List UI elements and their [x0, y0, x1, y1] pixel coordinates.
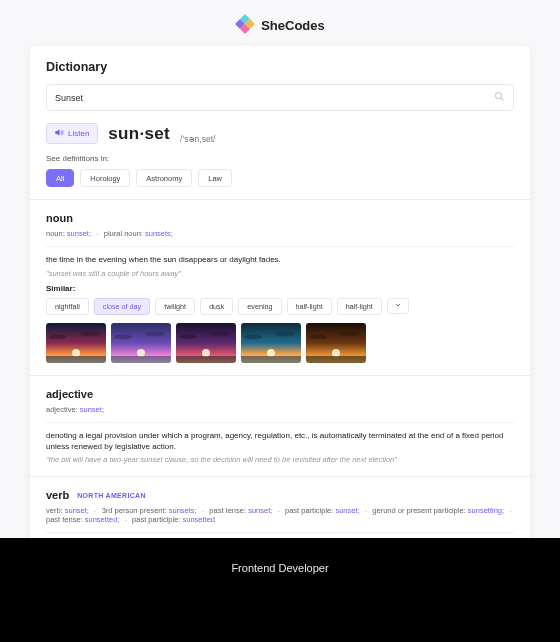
search-input[interactable]	[55, 93, 494, 103]
definition-text: the time in the evening when the sun dis…	[46, 255, 514, 266]
section-title: verbNORTH AMERICAN	[46, 489, 514, 501]
section-sublabel: adjective: sunset;	[46, 405, 514, 414]
see-definitions-label: See definitions in:	[46, 154, 514, 163]
image-thumbnail[interactable]	[46, 323, 106, 363]
section-title: noun	[46, 212, 514, 224]
svg-rect-24	[241, 356, 301, 363]
section-sublabel: verb: sunset; - 3rd person present: suns…	[46, 506, 514, 524]
volume-icon	[55, 128, 64, 139]
brand-name: SheCodes	[261, 18, 325, 33]
section-adjective: adjectiveadjective: sunset;denoting a le…	[46, 388, 514, 465]
definition-text: denoting a legal provision under which a…	[46, 431, 514, 453]
svg-point-25	[244, 334, 262, 339]
category-chip-all[interactable]: All	[46, 169, 74, 187]
svg-point-10	[49, 334, 67, 339]
section-title: adjective	[46, 388, 514, 400]
example-text: "the bill will have a two-year sunset cl…	[46, 455, 514, 464]
synonym-chip[interactable]: dusk	[200, 298, 233, 315]
svg-rect-9	[46, 356, 106, 363]
svg-point-16	[145, 331, 165, 336]
image-thumbnail[interactable]	[111, 323, 171, 363]
category-chip-horology[interactable]: Horology	[80, 169, 130, 187]
svg-marker-6	[56, 130, 59, 135]
footer-label: Frontend Developer	[231, 562, 328, 642]
synonym-chip[interactable]: half-light	[337, 298, 382, 315]
page-title: Dictionary	[46, 60, 514, 74]
search-field[interactable]	[46, 84, 514, 111]
phonetic: /ˈsən,set/	[180, 134, 215, 144]
main-card: Dictionary Listen sun·set /ˈsən,set/ See…	[30, 46, 530, 590]
listen-button[interactable]: Listen	[46, 123, 98, 144]
svg-point-26	[275, 331, 295, 336]
svg-line-5	[501, 98, 504, 101]
svg-point-23	[267, 349, 275, 357]
category-chip-astronomy[interactable]: Astronomy	[136, 169, 192, 187]
image-thumbnail[interactable]	[176, 323, 236, 363]
synonym-chip[interactable]: half-light	[287, 298, 332, 315]
section-sublabel: noun: sunset; - plural noun: sunsets;	[46, 229, 514, 238]
headword: sun·set	[108, 124, 170, 144]
svg-point-31	[340, 331, 360, 336]
similar-row: nightfallclose of daytwilightduskevening…	[46, 298, 514, 315]
brand: SheCodes	[235, 14, 325, 36]
brand-icon	[235, 14, 255, 36]
synonym-chip[interactable]: evening	[238, 298, 281, 315]
svg-point-15	[114, 334, 132, 339]
footer-bar: Frontend Developer	[0, 538, 560, 642]
image-row	[46, 323, 514, 363]
similar-label: Similar:	[46, 284, 514, 293]
synonym-chip[interactable]: twilight	[155, 298, 195, 315]
listen-label: Listen	[68, 129, 89, 138]
category-row: AllHorologyAstronomyLaw	[46, 169, 514, 187]
synonym-chip[interactable]: nightfall	[46, 298, 89, 315]
svg-point-30	[309, 334, 327, 339]
category-chip-law[interactable]: Law	[198, 169, 232, 187]
svg-point-8	[72, 349, 80, 357]
image-thumbnail[interactable]	[306, 323, 366, 363]
svg-rect-29	[306, 356, 366, 363]
svg-point-18	[202, 349, 210, 357]
section-noun: nounnoun: sunset; - plural noun: sunsets…	[46, 212, 514, 363]
svg-point-21	[210, 331, 230, 336]
headword-row: Listen sun·set /ˈsən,set/	[46, 123, 514, 144]
page: SheCodes Dictionary Listen sun·set /ˈsən…	[0, 0, 560, 590]
example-text: "sunset was still a couple of hours away…	[46, 269, 514, 278]
section-tag: NORTH AMERICAN	[77, 492, 146, 499]
svg-point-20	[179, 334, 197, 339]
svg-point-11	[80, 331, 100, 336]
synonym-more-button[interactable]	[387, 298, 409, 314]
image-thumbnail[interactable]	[241, 323, 301, 363]
svg-point-4	[495, 92, 501, 98]
search-icon	[494, 91, 505, 104]
svg-point-28	[332, 349, 340, 357]
synonym-chip[interactable]: close of day	[94, 298, 150, 315]
svg-point-13	[137, 349, 145, 357]
svg-rect-14	[111, 356, 171, 363]
svg-rect-19	[176, 356, 236, 363]
